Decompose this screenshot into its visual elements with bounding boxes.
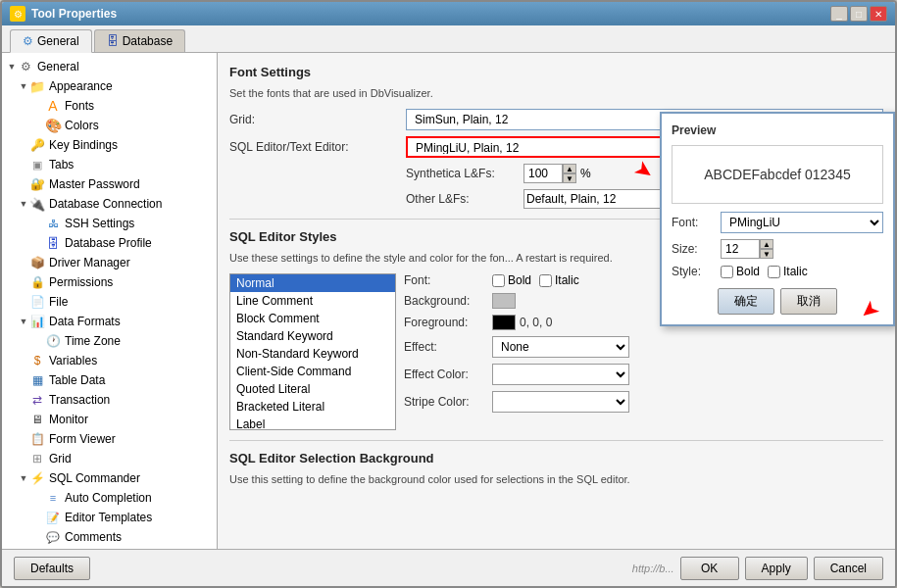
bottom-bar: Defaults http://b... OK Apply Cancel: [2, 549, 895, 586]
style-stripe-color-select[interactable]: [492, 391, 629, 413]
cancel-button[interactable]: Cancel: [814, 557, 883, 580]
sidebar-item-general[interactable]: ▼ ⚙ General: [2, 57, 217, 76]
sidebar-item-variables[interactable]: $ Variables: [2, 351, 217, 370]
close-button[interactable]: ✕: [870, 6, 887, 22]
sidebar-grid-label: Grid: [49, 452, 72, 466]
sidebar-item-sqlcommander[interactable]: ▼ ⚡ SQL Commander: [2, 468, 217, 488]
sidebar-item-appearance[interactable]: ▼ 📁 Appearance: [2, 76, 217, 96]
sidebar-timezone-label: Time Zone: [65, 334, 121, 348]
sidebar-item-grid[interactable]: ⊞ Grid: [2, 449, 217, 468]
style-effect-color-select[interactable]: [492, 364, 629, 385]
sidebar-item-dbprofile[interactable]: 🗄 Database Profile: [2, 233, 217, 253]
style-fg-swatch[interactable]: [492, 315, 516, 330]
expand-sqlcommander: ▼: [18, 472, 29, 484]
list-item-label[interactable]: Label: [230, 416, 395, 430]
style-font-label: Font:: [404, 273, 492, 287]
sshsettings-icon: 🖧: [45, 216, 61, 231]
popup-size-label: Size:: [672, 242, 721, 256]
tab-general[interactable]: ⚙ General: [10, 29, 92, 53]
list-item-quotedliteral[interactable]: Quoted Literal: [230, 380, 395, 398]
maximize-button[interactable]: □: [850, 6, 868, 22]
sidebar-item-dataformats[interactable]: ▼ 📊 Data Formats: [2, 312, 217, 331]
permissions-icon: 🔒: [29, 274, 45, 290]
list-item-blockcomment[interactable]: Block Comment: [230, 310, 395, 327]
synthetica-label: Synthetica L&Fs:: [406, 167, 523, 180]
sidebar-item-tabledata[interactable]: ▦ Table Data: [2, 370, 217, 390]
popup-font-label: Font:: [672, 216, 721, 229]
sidebar-item-transaction[interactable]: ⇄ Transaction: [2, 390, 217, 410]
sidebar-transaction-label: Transaction: [49, 393, 110, 407]
popup-font-select[interactable]: PMingLiU: [721, 212, 883, 233]
sidebar-item-masterpassword[interactable]: 🔐 Master Password: [2, 174, 217, 194]
bold-checkbox[interactable]: [492, 274, 505, 287]
style-fg-label: Foreground:: [404, 316, 492, 329]
sidebar-item-formviewer[interactable]: 📋 Form Viewer: [2, 429, 217, 449]
sidebar-item-tabs[interactable]: ▣ Tabs: [2, 155, 217, 174]
tab-database[interactable]: 🗄 Database: [94, 29, 185, 52]
editortemplates-icon: 📝: [45, 510, 61, 525]
drivermanager-icon: 📦: [29, 255, 45, 270]
popup-font-row: Font: PMingLiU: [672, 212, 883, 233]
sidebar-drivermanager-label: Driver Manager: [49, 256, 130, 270]
list-item-nonstandardkeyword[interactable]: Non-Standard Keyword: [230, 345, 395, 363]
defaults-button[interactable]: Defaults: [14, 557, 90, 580]
content-area: ▼ ⚙ General ▼ 📁 Appearance A Fonts 🎨 Col…: [2, 53, 895, 549]
synthetica-spinner: 100 ▲ ▼ %: [523, 164, 591, 183]
sidebar-item-fonts[interactable]: A Fonts: [2, 96, 217, 116]
popup-bold-item: Bold: [721, 265, 760, 278]
sidebar-item-monitor[interactable]: 🖥 Monitor: [2, 410, 217, 429]
list-item-linecomment[interactable]: Line Comment: [230, 292, 395, 310]
main-panel: Font Settings Set the fonts that are use…: [218, 53, 895, 549]
fonts-icon: A: [45, 98, 61, 114]
expand-formviewer: [18, 433, 29, 445]
sidebar-item-timezone[interactable]: 🕐 Time Zone: [2, 331, 217, 351]
expand-variables: [18, 355, 29, 367]
style-effect-select[interactable]: None: [492, 336, 629, 358]
expand-dbconnection: ▼: [18, 198, 29, 210]
apply-button[interactable]: Apply: [745, 557, 808, 580]
synthetica-down[interactable]: ▼: [563, 173, 576, 183]
popup-cancel-button[interactable]: 取消: [780, 288, 837, 315]
sqlcommander-icon: ⚡: [29, 470, 45, 486]
popup-ok-button[interactable]: 确定: [718, 288, 774, 315]
italic-checkbox[interactable]: [539, 274, 552, 287]
tabs-icon: ▣: [29, 157, 45, 172]
popup-italic-checkbox[interactable]: [768, 266, 780, 278]
list-item-bracketedliteral[interactable]: Bracketed Literal: [230, 398, 395, 416]
sidebar-item-dbconnection[interactable]: ▼ 🔌 Database Connection: [2, 194, 217, 214]
list-item-standardkeyword[interactable]: Standard Keyword: [230, 327, 395, 345]
sidebar-item-keybindings[interactable]: 🔑 Key Bindings: [2, 135, 217, 155]
popup-title: Preview: [672, 123, 883, 137]
dbconnection-icon: 🔌: [29, 196, 45, 212]
synthetica-value[interactable]: 100: [523, 164, 563, 183]
title-bar-left: ⚙ Tool Properties: [10, 6, 117, 22]
style-bg-swatch[interactable]: [492, 293, 516, 309]
sidebar-item-permissions[interactable]: 🔒 Permissions: [2, 272, 217, 292]
list-item-clientside[interactable]: Client-Side Command: [230, 363, 395, 380]
sidebar-item-sshsettings[interactable]: 🖧 SSH Settings: [2, 214, 217, 233]
synthetica-up[interactable]: ▲: [563, 164, 576, 173]
popup-size-up[interactable]: ▲: [760, 239, 773, 249]
sidebar-autocompletion-label: Auto Completion: [65, 491, 152, 505]
list-item-normal[interactable]: Normal: [230, 274, 395, 292]
sidebar-item-file[interactable]: 📄 File: [2, 292, 217, 312]
watermark: http://b...: [632, 563, 674, 574]
minimize-button[interactable]: _: [830, 6, 848, 22]
style-list[interactable]: Normal Line Comment Block Comment Standa…: [229, 273, 396, 430]
ok-button[interactable]: OK: [680, 557, 739, 580]
style-stripe-color-label: Stripe Color:: [404, 395, 492, 409]
sidebar-item-comments[interactable]: 💬 Comments: [2, 527, 217, 547]
popup-size-input[interactable]: 12: [721, 239, 760, 259]
comments-icon: 💬: [45, 529, 61, 545]
popup-bold-checkbox[interactable]: [721, 266, 733, 278]
appearance-icon: 📁: [29, 78, 45, 94]
sidebar-item-autocompletion[interactable]: ≡ Auto Completion: [2, 488, 217, 508]
tool-properties-window: ⚙ Tool Properties _ □ ✕ ⚙ General 🗄 Data…: [0, 0, 897, 588]
sidebar-item-drivermanager[interactable]: 📦 Driver Manager: [2, 253, 217, 272]
sidebar-item-colors[interactable]: 🎨 Colors: [2, 116, 217, 135]
expand-appearance: ▼: [18, 80, 29, 92]
sidebar-item-editortemplates[interactable]: 📝 Editor Templates: [2, 508, 217, 527]
popup-size-down[interactable]: ▼: [760, 249, 773, 259]
sidebar-fonts-label: Fonts: [65, 99, 94, 113]
tabledata-icon: ▦: [29, 372, 45, 388]
